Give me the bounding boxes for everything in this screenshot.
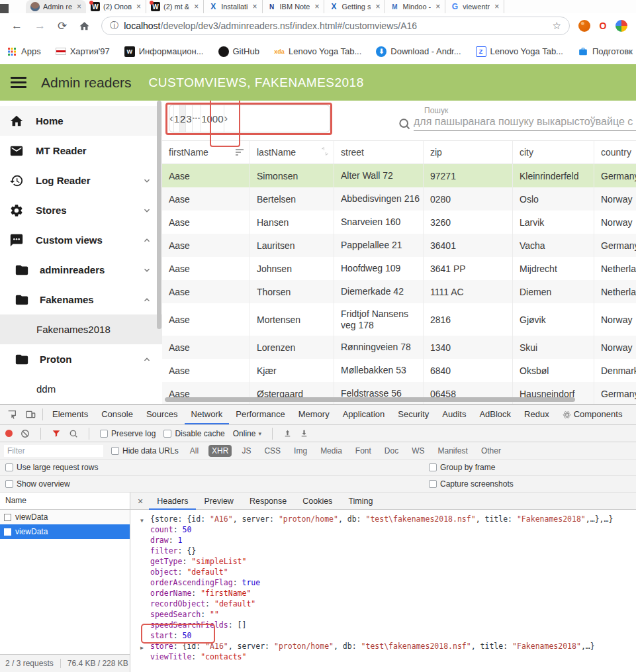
detail-tab[interactable]: Headers: [149, 493, 196, 510]
profile-avatar-icon[interactable]: [615, 20, 627, 32]
bookmark-download-android[interactable]: ⬇ Download - Andr...: [376, 46, 461, 57]
pagination-button[interactable]: 3: [186, 105, 192, 132]
tab-close-icon[interactable]: ×: [435, 2, 440, 11]
request-type-filter[interactable]: Font: [352, 445, 375, 457]
checkbox-icon[interactable]: [5, 480, 13, 488]
sidebar-item-fakenames[interactable]: Fakenames: [0, 285, 162, 314]
devtools-tab[interactable]: Performance: [229, 405, 291, 424]
pagination-button[interactable]: •••: [193, 105, 201, 132]
detail-tab[interactable]: Cookies: [295, 493, 340, 510]
devtools-tab[interactable]: Application: [336, 405, 392, 424]
tab-close-icon[interactable]: ×: [136, 2, 141, 11]
detail-tab[interactable]: Preview: [196, 493, 241, 510]
request-type-filter[interactable]: All: [187, 445, 202, 457]
bookmark-informacion[interactable]: W Информацион...: [124, 46, 204, 57]
devtools-tab[interactable]: Security: [391, 405, 435, 424]
json-line-start[interactable]: start: 50: [130, 630, 636, 641]
search-input[interactable]: [414, 113, 636, 131]
json-store-line[interactable]: ▶ store: {id: "A16", server: "proton/hom…: [130, 641, 636, 651]
chevron-down-icon[interactable]: [142, 265, 152, 275]
checkbox-icon[interactable]: [163, 430, 171, 438]
request-row[interactable]: viewData: [0, 524, 130, 539]
url-bar[interactable]: ⓘ localhost /develop/dev3/adminreaders.n…: [101, 17, 570, 35]
sidebar-item-log-reader[interactable]: Log Reader: [0, 166, 162, 195]
column-header-country[interactable]: country: [594, 141, 636, 164]
request-row[interactable]: viewData: [0, 510, 130, 524]
checkbox-icon[interactable]: [429, 463, 437, 471]
table-row[interactable]: Aase Simonsen Alter Wall 72 97271 Kleinr…: [162, 164, 636, 187]
tab-close-icon[interactable]: ×: [494, 2, 499, 11]
pagination-button[interactable]: 1: [174, 105, 180, 132]
menu-hamburger-icon[interactable]: [11, 77, 26, 88]
json-line[interactable]: count: 50: [130, 524, 636, 535]
column-header-street[interactable]: street: [334, 141, 424, 164]
table-row[interactable]: Aase Bertelsen Abbedisvingen 216 0280 Os…: [162, 187, 636, 211]
json-line[interactable]: draw: 1: [130, 535, 636, 546]
group-by-frame-checkbox[interactable]: Group by frame: [429, 463, 495, 472]
requests-column-header[interactable]: Name: [0, 493, 130, 510]
close-icon[interactable]: ×: [132, 496, 149, 506]
import-har-icon[interactable]: [283, 429, 292, 438]
chevron-up-icon[interactable]: [142, 236, 152, 245]
request-type-filter[interactable]: WS: [408, 445, 428, 457]
devtools-tab[interactable]: Memory: [292, 405, 336, 424]
json-line[interactable]: getType: "simpleList": [130, 556, 636, 567]
inspect-element-icon[interactable]: [3, 409, 21, 420]
sidebar-item-adminreaders[interactable]: adminreaders: [0, 255, 162, 285]
throttling-dropdown[interactable]: Online ▾: [233, 429, 261, 438]
request-type-filter[interactable]: Doc: [381, 445, 402, 457]
request-type-filter[interactable]: Media: [317, 445, 345, 457]
tab-close-icon[interactable]: ×: [77, 2, 81, 11]
detail-tab[interactable]: Response: [242, 493, 295, 510]
sidebar-item-proton[interactable]: Proton: [0, 344, 162, 374]
back-icon[interactable]: ←: [5, 19, 28, 32]
detail-tab[interactable]: Timing: [340, 493, 381, 510]
table-row[interactable]: Aase Hansen Snarveien 160 3260 Larvik No…: [162, 211, 636, 234]
disable-cache-checkbox[interactable]: Disable cache: [163, 429, 224, 438]
column-header-lastname[interactable]: lastName: [250, 141, 334, 164]
browser-tab-2[interactable]: W (2) Опов ×: [86, 0, 146, 13]
devtools-tab[interactable]: Elements: [46, 405, 95, 424]
clear-icon[interactable]: [21, 429, 30, 438]
json-root-line[interactable]: ▼ {store: {id: "A16", server: "proton/ho…: [130, 514, 636, 524]
json-line[interactable]: recordObject: "default": [130, 599, 636, 609]
devtools-tab[interactable]: Audits: [435, 405, 473, 424]
column-header-zip[interactable]: zip: [424, 141, 513, 164]
table-row[interactable]: Aase Thorsen Diemerkade 42 1111 AC Dieme…: [162, 280, 636, 303]
sidebar-scrollbar[interactable]: [157, 101, 161, 329]
json-line[interactable]: filter: {}: [130, 546, 636, 556]
horizontal-scrollbar[interactable]: [165, 397, 575, 402]
browser-tab-4[interactable]: X Installati ×: [204, 0, 262, 13]
browser-tab-admin-readers[interactable]: Admin re ×: [26, 0, 86, 13]
export-har-icon[interactable]: [300, 429, 308, 438]
show-overview-checkbox[interactable]: Show overview: [5, 479, 70, 489]
browser-tab-3[interactable]: W (2) mt & ×: [146, 0, 204, 13]
sidebar-item-custom-views[interactable]: Custom views: [0, 225, 162, 255]
filter-funnel-icon[interactable]: [52, 429, 61, 438]
request-type-filter[interactable]: JS: [238, 445, 254, 457]
chevron-down-icon[interactable]: [142, 176, 152, 185]
column-header-firstname[interactable]: firstName: [162, 141, 250, 164]
request-type-filter[interactable]: Manifest: [435, 445, 471, 457]
browser-tab-5[interactable]: N IBM Note ×: [263, 0, 325, 13]
json-line[interactable]: speedSearch: "": [130, 609, 636, 620]
request-type-filter[interactable]: XHR: [208, 445, 232, 457]
devtools-tab[interactable]: Console: [95, 405, 140, 424]
tab-close-icon[interactable]: ×: [194, 2, 199, 11]
bookmark-podgotovka[interactable]: Подготовк: [578, 46, 633, 57]
sidebar-item-ddm[interactable]: ddm: [0, 374, 162, 404]
tab-close-icon[interactable]: ×: [314, 2, 319, 11]
chevron-up-icon[interactable]: [142, 295, 152, 305]
table-row[interactable]: Aase Mortensen Fridtjof Nansens veg 178 …: [162, 303, 636, 336]
json-line[interactable]: orderName: "firstName": [130, 588, 636, 599]
checkbox-icon[interactable]: [111, 447, 119, 455]
forward-icon[interactable]: →: [28, 19, 52, 32]
json-line[interactable]: viewTitle: "contacts": [130, 651, 636, 662]
bookmark-apps[interactable]: Apps: [7, 46, 41, 57]
expander-expanded-icon[interactable]: ▼: [140, 516, 144, 524]
request-type-filter[interactable]: Other: [478, 445, 504, 457]
devtools-tab[interactable]: AdBlock: [473, 405, 518, 424]
json-line[interactable]: object: "default": [130, 567, 636, 577]
pagination-button[interactable]: ‹: [169, 105, 174, 132]
chevron-up-icon[interactable]: [142, 355, 152, 364]
